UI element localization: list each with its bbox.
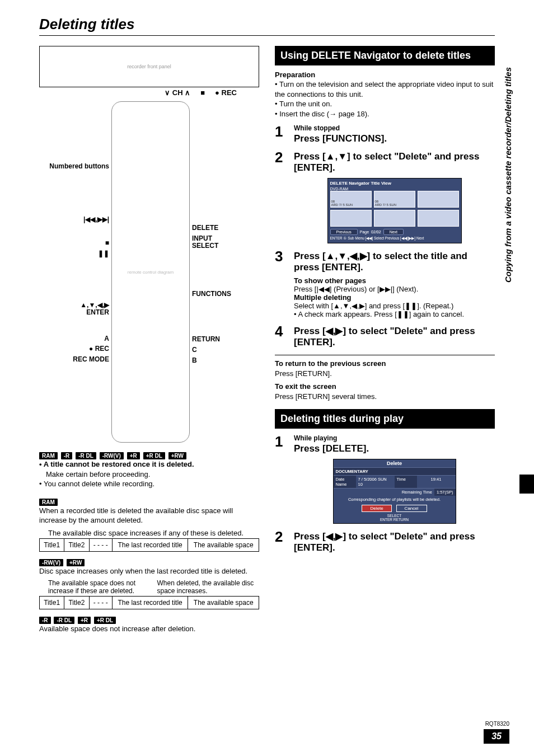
cell: Title1 [40,597,64,609]
label-functions: FUNCTIONS [192,290,254,298]
badges-ram: RAM [39,497,259,506]
nav-thumb [418,210,459,227]
badge: +R DL [94,617,116,624]
return-prev-body: Press [RETURN]. [275,369,495,379]
exit-heading: To exit the screen [275,382,495,392]
label-numbered: Numbered buttons [39,163,109,170]
caption-a: The available space does not increase if… [48,579,151,595]
cell: Title2 [64,538,89,551]
side-vertical-label: Copying from a video cassette recorder/D… [503,67,513,283]
badges-rw: -RW(V) +RW [39,557,259,566]
label-return: RETURN [192,336,254,343]
step-4: 4 Press [◀,▶] to select "Delete" and pre… [275,324,495,348]
step-number: 1 [275,434,288,524]
stop-icon: ■ [200,88,205,97]
divider [275,355,495,355]
step-4-main: Press [◀,▶] to select "Delete" and press… [294,325,495,348]
page-title: Deleting titles [39,16,495,36]
label-skip: |◀◀,▶▶| [39,216,109,223]
dlg-time-lab: Time [395,476,417,488]
label-rec: ● REC [39,345,109,353]
label-a: A [39,335,109,342]
dlg-cancel-button: Cancel [396,505,427,512]
s3-e: • A check mark appears. Press [❚❚] again… [294,310,495,318]
step-1-pre: While stopped [294,124,495,132]
nav-thumb: 08 ARD 7/ 5 SUN [330,191,372,208]
warning-no-restore-sub: Make certain before proceeding. [46,469,259,480]
badge: RAM [39,499,58,506]
prep-1: • Turn on the television and select the … [275,79,495,99]
device-illustration: recorder front panel [39,46,259,87]
step-3-main: Press [▲,▼,◀,▶] to select the title and … [294,250,495,273]
warning-no-delete-recording: • You cannot delete while recording. [39,479,259,489]
cell: - - - - [89,597,112,609]
preparation-heading: Preparation [275,70,495,80]
badge: RAM [39,452,58,459]
r-note: Available space does not increase after … [39,624,259,634]
right-column: Using DELETE Navigator to delete titles … [275,46,495,634]
step-number: 2 [275,150,288,243]
nav-sub: DVD-RAM [330,187,459,191]
step-number: 4 [275,324,288,348]
s3-d: Select with [▲,▼,◀,▶] and press [❚❚]. (R… [294,302,495,310]
dlg-chap: Corresponding chapter of playlists will … [334,496,456,503]
nav-next: Next [383,229,404,235]
nav-thumb [418,191,459,208]
label-delete: DELETE [192,224,254,232]
label-rec-mode: REC MODE [39,356,109,363]
badge: -R DL [76,452,96,459]
dlg-doc: DOCUMENTARY [334,468,456,475]
p1-pre: While playing [294,434,495,442]
space-caption-1: The available disc space increases if an… [48,529,259,537]
ram-note: When a recorded title is deleted the ava… [39,506,259,525]
step-2: 2 Press [▲,▼] to select "Delete" and pre… [275,150,495,243]
play-step-2: 2 Press [◀,▶] to select "Delete" and pre… [275,529,495,553]
badge: -RW(V) [100,452,124,459]
nav-prev: Previous [330,229,358,235]
dlg-remain-val: 1:57(SP) [434,489,456,496]
label-input-select: INPUT SELECT [192,235,254,250]
left-column: recorder front panel ∨ CH ∧ ■ ● REC Numb… [39,46,259,634]
cell: The available space [188,538,259,551]
dlg-title: Delete [334,459,456,467]
label-pause: ❚❚ [39,250,109,257]
step-1-main: Press [FUNCTIONS]. [294,133,495,144]
nav-thumb [330,210,372,227]
badge: -R [39,617,51,624]
dlg-date-val: 7 / 5/2006 SUN 10 [356,476,395,488]
step-number: 3 [275,249,288,273]
rw-note: Disc space increases only when the last … [39,566,259,576]
nav-thumb [374,210,415,227]
label-arrows: ▲,▼,◀,▶ ENTER [39,302,109,316]
doc-code: RQT8320 [484,721,509,727]
space-table-2: Title1 Title2 - - - - The last recorded … [39,596,259,609]
play-step-1: 1 While playing Press [DELETE]. Delete D… [275,434,495,524]
badge: +RW [168,452,186,459]
label-b: B [192,357,254,364]
step-3-sub: To show other pages Press [|◀◀] (Previou… [294,276,495,318]
step-2-main: Press [▲,▼] to select "Delete" and press… [294,151,495,173]
cell: - - - - [89,538,112,551]
label-c: C [192,346,254,354]
thumb-tab [519,475,534,494]
cell: Title1 [40,538,64,551]
prep-3: • Insert the disc (→ page 18). [275,109,495,119]
badge: -R DL [54,617,74,624]
page-number: 35 [484,729,509,744]
exit-body: Press [RETURN] several times. [275,392,495,402]
step-3: 3 Press [▲,▼,◀,▶] to select the title an… [275,249,495,273]
prep-2: • Turn the unit on. [275,99,495,109]
two-captions: The available space does not increase if… [48,579,259,595]
section-delete-during-play: Deleting titles during play [275,409,495,429]
step-number: 2 [275,529,288,553]
remote-right-callouts: DELETE INPUT SELECT FUNCTIONS RETURN C B [192,101,254,368]
cell: Title2 [64,597,89,609]
s3-b: Press [|◀◀] (Previous) or [▶▶|] (Next). [294,285,495,293]
nav-hint: ENTER ① Sub Menu [◀◀] Select Previous [◀… [330,236,459,241]
ch-label: ∨ CH ∧ [165,88,190,97]
badges-row-1: RAM -R -R DL -RW(V) +R +R DL +RW [39,450,259,459]
rec-label: ● REC [215,88,237,97]
badge: +RW [67,559,85,566]
remote-left-callouts: Numbered buttons |◀◀,▶▶| ■ ❚❚ ▲,▼,◀,▶ EN… [39,101,109,366]
badge: +R [127,452,140,459]
